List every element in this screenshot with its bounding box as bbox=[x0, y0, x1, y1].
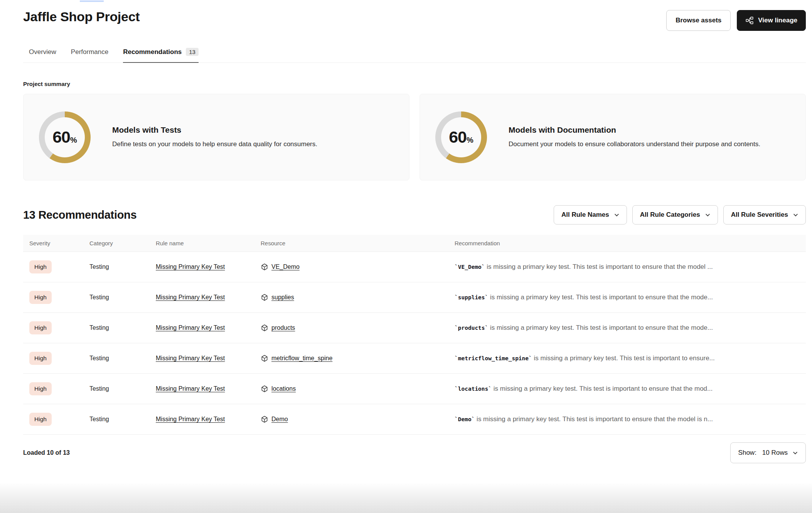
table-row: High Testing Missing Primary Key Test lo… bbox=[23, 374, 806, 404]
model-cube-icon bbox=[261, 385, 268, 393]
bottom-scroll-fade bbox=[0, 482, 812, 513]
chevron-down-icon bbox=[793, 451, 798, 455]
recommendation-code: `VE_Demo` bbox=[455, 264, 485, 270]
severity-cell: High bbox=[29, 321, 89, 334]
tests-percent: 60 bbox=[52, 128, 70, 147]
tests-card-description: Define tests on your models to help ensu… bbox=[112, 140, 317, 149]
summary-cards: 60 % Models with Tests Define tests on y… bbox=[23, 94, 806, 181]
rule-name-cell: Missing Primary Key Test bbox=[156, 385, 261, 392]
project-page: Jaffle Shop Project Browse assets View l… bbox=[0, 0, 812, 463]
rule-name-link[interactable]: Missing Primary Key Test bbox=[156, 324, 225, 331]
category-cell: Testing bbox=[89, 324, 156, 331]
recommendation-text: is missing a primary key test. This test… bbox=[488, 324, 713, 331]
recommendation-cell: `products` is missing a primary key test… bbox=[455, 324, 800, 332]
severity-badge: High bbox=[29, 413, 52, 426]
column-header-recommendation: Recommendation bbox=[455, 240, 800, 246]
model-cube-icon bbox=[261, 294, 268, 301]
model-cube-icon bbox=[261, 354, 268, 362]
recommendation-code: `Demo` bbox=[455, 416, 475, 422]
recommendation-text: is missing a primary key test. This test… bbox=[532, 354, 715, 362]
category-cell: Testing bbox=[89, 355, 156, 362]
tab-overview[interactable]: Overview bbox=[29, 48, 56, 63]
model-cube-icon bbox=[261, 415, 268, 423]
tab-recommendations-label: Recommendations bbox=[123, 48, 182, 56]
recommendations-heading: 13 Recommendations bbox=[23, 209, 136, 221]
resource-cell: supplies bbox=[261, 294, 455, 301]
table-row: High Testing Missing Primary Key Test De… bbox=[23, 404, 806, 435]
resource-link[interactable]: Demo bbox=[271, 416, 288, 423]
rule-names-filter-dropdown[interactable]: All Rule Names bbox=[554, 205, 627, 224]
table-header-row: Severity Category Rule name Resource Rec… bbox=[23, 235, 806, 252]
rule-name-cell: Missing Primary Key Test bbox=[156, 416, 261, 423]
tab-performance-label: Performance bbox=[71, 48, 108, 56]
docs-card-text: Models with Documentation Document your … bbox=[509, 125, 774, 149]
severity-cell: High bbox=[29, 413, 89, 426]
view-lineage-button[interactable]: View lineage bbox=[737, 10, 806, 31]
severity-badge: High bbox=[29, 382, 52, 395]
recommendations-table: Severity Category Rule name Resource Rec… bbox=[23, 235, 806, 435]
rule-severities-filter-label: All Rule Severities bbox=[731, 211, 788, 219]
table-body: High Testing Missing Primary Key Test VE… bbox=[23, 252, 806, 435]
resource-cell: Demo bbox=[261, 415, 455, 423]
rule-name-link[interactable]: Missing Primary Key Test bbox=[156, 263, 225, 270]
loaded-count-text: Loaded 10 of 13 bbox=[23, 449, 70, 456]
docs-percent-suffix: % bbox=[467, 136, 473, 145]
recommendation-cell: `VE_Demo` is missing a primary key test.… bbox=[455, 263, 800, 271]
chevron-down-icon bbox=[614, 213, 619, 217]
lineage-icon bbox=[745, 16, 754, 25]
rule-severities-filter-dropdown[interactable]: All Rule Severities bbox=[723, 205, 806, 224]
recommendation-text: is missing a primary key test. This test… bbox=[485, 263, 713, 270]
rule-name-cell: Missing Primary Key Test bbox=[156, 355, 261, 362]
severity-cell: High bbox=[29, 352, 89, 365]
rule-name-cell: Missing Primary Key Test bbox=[156, 294, 261, 301]
rule-name-link[interactable]: Missing Primary Key Test bbox=[156, 355, 225, 361]
rule-categories-filter-dropdown[interactable]: All Rule Categories bbox=[632, 205, 718, 224]
tab-performance[interactable]: Performance bbox=[71, 48, 108, 63]
recommendation-code: `metricflow_time_spine` bbox=[455, 355, 532, 361]
severity-cell: High bbox=[29, 382, 89, 395]
model-cube-icon bbox=[261, 263, 268, 271]
recommendation-cell: `locations` is missing a primary key tes… bbox=[455, 385, 800, 393]
rule-name-link[interactable]: Missing Primary Key Test bbox=[156, 385, 225, 392]
severity-cell: High bbox=[29, 260, 89, 273]
resource-link[interactable]: products bbox=[271, 324, 295, 331]
model-cube-icon bbox=[261, 324, 268, 332]
show-label: Show: bbox=[738, 449, 756, 457]
rule-name-cell: Missing Primary Key Test bbox=[156, 263, 261, 270]
resource-cell: metricflow_time_spine bbox=[261, 354, 455, 362]
table-row: High Testing Missing Primary Key Test VE… bbox=[23, 252, 806, 282]
recommendation-text: is missing a primary key test. This test… bbox=[488, 294, 713, 301]
recommendation-text: is missing a primary key test. This test… bbox=[492, 385, 713, 392]
resource-cell: VE_Demo bbox=[261, 263, 455, 271]
docs-percent: 60 bbox=[449, 128, 467, 147]
resource-link[interactable]: supplies bbox=[271, 294, 294, 301]
rows-per-page-dropdown[interactable]: Show: 10 Rows bbox=[730, 442, 806, 463]
severity-badge: High bbox=[29, 321, 52, 334]
column-header-severity: Severity bbox=[29, 240, 89, 246]
recommendation-cell: `metricflow_time_spine` is missing a pri… bbox=[455, 354, 800, 362]
column-header-rule-name: Rule name bbox=[156, 240, 261, 246]
rows-per-page-value: 10 Rows bbox=[762, 449, 788, 457]
docs-card-description: Document your models to ensure collabora… bbox=[509, 140, 760, 149]
docs-donut-chart: 60 % bbox=[435, 111, 487, 163]
tests-donut-label: 60 % bbox=[39, 111, 91, 163]
severity-cell: High bbox=[29, 291, 89, 304]
tab-recommendations[interactable]: Recommendations 13 bbox=[123, 48, 199, 63]
table-footer: Loaded 10 of 13 Show: 10 Rows bbox=[23, 442, 806, 463]
column-header-resource: Resource bbox=[261, 240, 455, 246]
docs-card-title: Models with Documentation bbox=[509, 125, 760, 135]
rule-name-link[interactable]: Missing Primary Key Test bbox=[156, 294, 225, 300]
models-with-documentation-card: 60 % Models with Documentation Document … bbox=[419, 94, 806, 181]
severity-badge: High bbox=[29, 352, 52, 365]
resource-cell: products bbox=[261, 324, 455, 332]
table-row: High Testing Missing Primary Key Test me… bbox=[23, 343, 806, 374]
top-edge-artifact bbox=[80, 0, 104, 2]
browse-assets-button[interactable]: Browse assets bbox=[666, 10, 731, 31]
recommendations-count-badge: 13 bbox=[186, 48, 199, 56]
resource-link[interactable]: metricflow_time_spine bbox=[271, 355, 332, 362]
rule-name-link[interactable]: Missing Primary Key Test bbox=[156, 416, 225, 422]
resource-link[interactable]: locations bbox=[271, 385, 296, 392]
severity-badge: High bbox=[29, 260, 52, 273]
resource-link[interactable]: VE_Demo bbox=[271, 263, 300, 270]
resource-cell: locations bbox=[261, 385, 455, 393]
